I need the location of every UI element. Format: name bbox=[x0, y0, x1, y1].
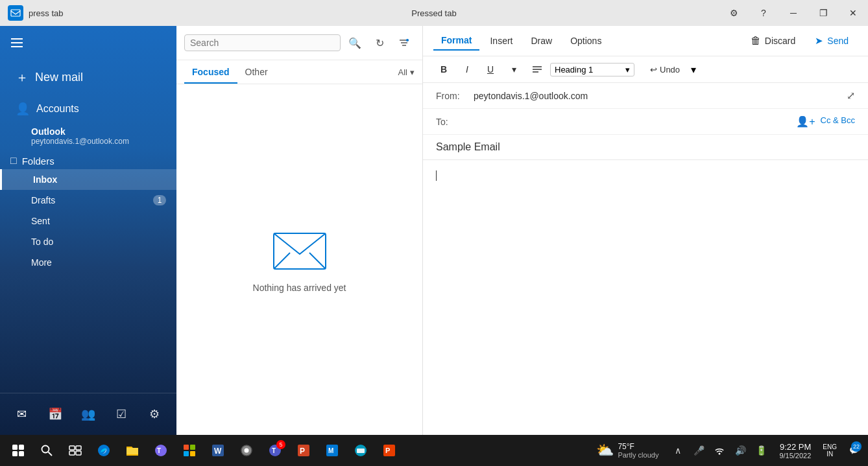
maximize-button[interactable]: ❐ bbox=[808, 0, 838, 26]
minimize-button[interactable]: ─ bbox=[778, 0, 808, 26]
taskbar-edge[interactable] bbox=[91, 437, 117, 463]
taskbar-taskview[interactable] bbox=[62, 437, 88, 463]
svg-text:W: W bbox=[214, 447, 222, 456]
compose-body-editor[interactable] bbox=[436, 170, 855, 300]
svg-line-6 bbox=[274, 253, 290, 269]
weather-text: 75°F Partly cloudy bbox=[618, 442, 658, 459]
app-icon bbox=[8, 5, 23, 21]
taskbar-settings[interactable] bbox=[234, 437, 259, 463]
compose-panel: Format Insert Draw Options 🗑 Discard ➤ S… bbox=[423, 26, 868, 435]
undo-icon: ↩ bbox=[650, 65, 657, 75]
accounts-button[interactable]: 👤 Accounts bbox=[5, 97, 171, 121]
taskbar: T W T 5 P M P ⛅ 75°F Partly cloudy ∧ 🎤 bbox=[0, 435, 868, 466]
subject-field[interactable] bbox=[423, 135, 868, 160]
drafts-badge: 1 bbox=[153, 195, 166, 205]
microphone-icon[interactable]: 🎤 bbox=[690, 441, 708, 460]
tab-format[interactable]: Format bbox=[433, 31, 479, 51]
language-indicator[interactable]: ENG IN bbox=[820, 443, 839, 458]
heading-dropdown[interactable]: Heading 1 ▾ bbox=[550, 63, 634, 76]
compose-body[interactable] bbox=[423, 160, 868, 435]
inbox-label: Inbox bbox=[33, 174, 166, 185]
account-item[interactable]: Outlook peytondavis.1@outlook.com bbox=[0, 122, 176, 150]
notification-button[interactable]: 💬 22 bbox=[845, 437, 863, 463]
people-nav-button[interactable]: 👥 bbox=[75, 401, 101, 427]
settings-button[interactable]: ⚙ bbox=[719, 0, 749, 26]
from-field: From: peytondavis.1@outlook.com ⤢ bbox=[423, 83, 868, 109]
send-button[interactable]: ➤ Send bbox=[806, 31, 858, 51]
accounts-label: Accounts bbox=[36, 103, 79, 115]
chevron-down-icon: ▾ bbox=[691, 64, 696, 76]
svg-rect-27 bbox=[190, 451, 195, 456]
svg-line-7 bbox=[309, 253, 326, 269]
taskbar-extra[interactable]: P bbox=[376, 437, 402, 463]
italic-button[interactable]: I bbox=[457, 60, 477, 78]
refresh-button[interactable]: ↻ bbox=[369, 32, 390, 53]
tab-insert[interactable]: Insert bbox=[482, 32, 520, 50]
sidebar-item-sent[interactable]: Sent bbox=[0, 211, 176, 231]
weather-temp: 75°F bbox=[618, 442, 658, 451]
compose-body-scroll bbox=[423, 160, 868, 435]
svg-text:P: P bbox=[300, 447, 305, 456]
window-controls: ⚙ ? ─ ❐ ✕ bbox=[719, 0, 868, 26]
wifi-icon[interactable] bbox=[710, 441, 729, 460]
taskbar-outlook[interactable]: M bbox=[319, 437, 345, 463]
tasks-nav-button[interactable]: ☑ bbox=[108, 401, 134, 427]
search-input-wrapper[interactable] bbox=[184, 34, 341, 51]
sidebar-item-todo[interactable]: To do bbox=[0, 231, 176, 252]
empty-state: Nothing has arrived yet bbox=[176, 84, 422, 435]
trash-icon: 🗑 bbox=[751, 35, 761, 47]
sidebar-item-drafts[interactable]: Drafts 1 bbox=[0, 190, 176, 211]
new-mail-button[interactable]: ＋ New mail bbox=[5, 62, 171, 93]
cc-bcc-button[interactable]: Cc & Bcc bbox=[821, 115, 855, 128]
svg-point-42 bbox=[719, 453, 721, 455]
taskbar-comms[interactable] bbox=[348, 437, 374, 463]
start-button[interactable] bbox=[5, 437, 31, 463]
bold-button[interactable]: B bbox=[433, 60, 454, 78]
weather-widget[interactable]: ⛅ 75°F Partly cloudy bbox=[591, 439, 664, 461]
tab-other[interactable]: Other bbox=[237, 60, 276, 84]
sidebar-bottom-nav: ✉ 📅 👥 ☑ ⚙ bbox=[0, 393, 176, 435]
taskbar-word[interactable]: W bbox=[205, 437, 231, 463]
battery-icon[interactable]: 🔋 bbox=[752, 441, 770, 460]
taskbar-search[interactable] bbox=[34, 437, 60, 463]
search-bar: 🔍 ↻ bbox=[176, 26, 422, 60]
add-recipient-icon[interactable]: 👤+ bbox=[796, 115, 815, 128]
discard-button[interactable]: 🗑 Discard bbox=[743, 31, 803, 51]
help-button[interactable]: ? bbox=[749, 0, 778, 26]
search-input[interactable] bbox=[190, 38, 335, 48]
teams-badge: 5 bbox=[276, 440, 285, 449]
taskbar-store[interactable] bbox=[176, 437, 202, 463]
sidebar-item-inbox[interactable]: Inbox bbox=[0, 169, 176, 190]
search-button[interactable]: 🔍 bbox=[344, 32, 365, 53]
tab-focused[interactable]: Focused bbox=[184, 60, 237, 84]
mail-nav-button[interactable]: ✉ bbox=[9, 401, 35, 427]
sidebar-item-more[interactable]: More bbox=[0, 252, 176, 273]
tab-all[interactable]: All ▾ bbox=[398, 62, 415, 82]
tab-options[interactable]: Options bbox=[562, 32, 609, 50]
undo-button[interactable]: ↩ Undo bbox=[645, 62, 685, 77]
volume-icon[interactable]: 🔊 bbox=[731, 441, 749, 460]
settings-nav-button[interactable]: ⚙ bbox=[141, 401, 167, 427]
taskbar-explorer[interactable] bbox=[119, 437, 145, 463]
text-color-button[interactable]: ▾ bbox=[503, 60, 524, 78]
calendar-nav-button[interactable]: 📅 bbox=[42, 401, 68, 427]
hamburger-button[interactable] bbox=[5, 31, 29, 54]
folders-header[interactable]: □ Folders bbox=[10, 155, 166, 167]
tray-expand[interactable]: ∧ bbox=[669, 441, 687, 460]
underline-button[interactable]: U bbox=[480, 60, 501, 78]
undo-dropdown[interactable]: ▾ bbox=[688, 60, 699, 78]
paragraph-format-button[interactable] bbox=[527, 60, 548, 78]
system-clock[interactable]: 9:22 PM 9/15/2022 bbox=[775, 439, 815, 462]
subject-input[interactable] bbox=[436, 141, 855, 153]
taskbar-teams[interactable]: T 5 bbox=[262, 437, 288, 463]
person-icon: 👤 bbox=[16, 102, 30, 116]
account-name: Outlook bbox=[31, 126, 166, 137]
taskbar-powerpoint[interactable]: P bbox=[291, 437, 317, 463]
close-button[interactable]: ✕ bbox=[838, 0, 868, 26]
taskbar-teams-personal[interactable]: T bbox=[148, 437, 174, 463]
tab-draw[interactable]: Draw bbox=[523, 32, 560, 50]
svg-point-15 bbox=[42, 446, 49, 453]
to-input[interactable] bbox=[474, 117, 796, 127]
expand-icon[interactable]: ⤢ bbox=[847, 89, 855, 102]
filter-button[interactable] bbox=[394, 32, 415, 53]
